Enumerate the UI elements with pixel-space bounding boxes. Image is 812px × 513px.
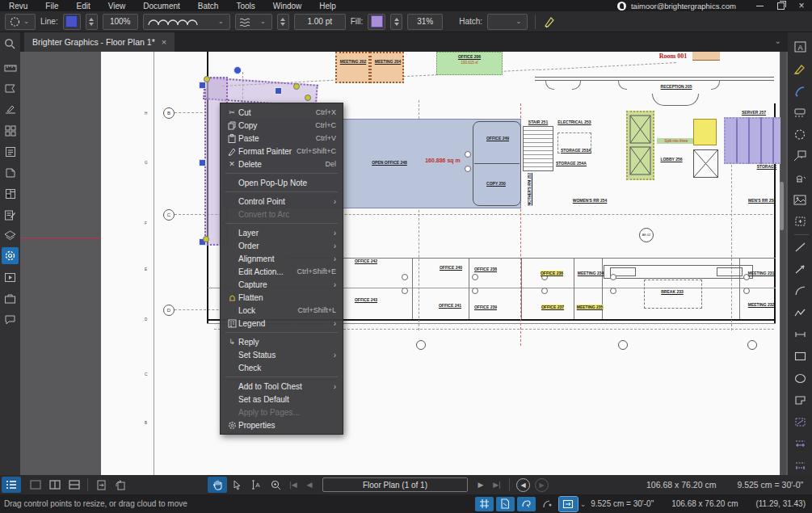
menu-window[interactable]: Window	[264, 2, 311, 11]
pen-tool-icon[interactable]	[543, 15, 556, 28]
fill-color-button[interactable]	[368, 14, 385, 30]
status-options-chevron-icon[interactable]: ⌄	[580, 500, 587, 508]
line-opacity-value[interactable]: 100%	[103, 14, 138, 30]
restore-button[interactable]	[770, 0, 791, 11]
fit-page-icon[interactable]	[91, 477, 111, 493]
menu-revu[interactable]: Revu	[0, 2, 36, 11]
signature-icon[interactable]	[2, 101, 19, 118]
studio-chat-icon[interactable]	[2, 311, 19, 328]
context-menu-item-flatten[interactable]: Flatten	[221, 291, 343, 304]
prev-page-button[interactable]: ◀	[301, 481, 318, 489]
measure-icon[interactable]	[2, 59, 19, 76]
polyline-icon[interactable]	[792, 305, 808, 321]
selection-handle[interactable]	[275, 87, 282, 95]
search-icon[interactable]	[2, 36, 19, 53]
length-measure-icon[interactable]	[792, 435, 808, 452]
vertical-scrollbar[interactable]	[780, 52, 786, 475]
snap-to-content-toggle[interactable]	[496, 497, 515, 511]
split-horizontal-icon[interactable]	[65, 477, 84, 493]
page-field[interactable]: Floor Plan (1 of 1)	[322, 477, 468, 492]
previous-view-button[interactable]: ◀	[516, 478, 530, 492]
thumbnails-icon[interactable]	[2, 122, 19, 139]
account-area[interactable]: taimoor@brightergraphics.com	[617, 2, 736, 11]
context-menu-item-paste[interactable]: PasteCtrl+V	[221, 132, 343, 145]
rectangle-icon[interactable]	[792, 348, 808, 364]
context-menu-item-properties[interactable]: Properties	[221, 418, 343, 431]
close-button[interactable]: ×	[791, 0, 812, 11]
context-menu-item-format-painter[interactable]: Format PainterCtrl+Shift+C	[221, 145, 343, 158]
area-measure-icon[interactable]	[792, 414, 808, 430]
markups-list-icon[interactable]	[2, 206, 19, 223]
spaces-icon[interactable]	[2, 185, 19, 202]
select-text-icon[interactable]: A	[246, 477, 266, 493]
split-vertical-icon[interactable]	[45, 477, 65, 493]
callout-icon[interactable]	[792, 148, 808, 164]
context-menu-item-set-status[interactable]: Set Status›	[221, 348, 343, 361]
context-menu-item-set-as-default[interactable]: Set as Default	[221, 393, 343, 406]
context-menu-item-legend[interactable]: Legend›	[221, 317, 343, 330]
selection-handle[interactable]	[199, 159, 206, 166]
rotation-handle[interactable]	[234, 66, 242, 74]
arrow-icon[interactable]	[792, 261, 808, 277]
control-point[interactable]	[305, 95, 311, 101]
pan-tool-button[interactable]	[208, 477, 227, 493]
menu-tools[interactable]: Tools	[227, 2, 263, 11]
next-page-button[interactable]: ▶	[473, 481, 489, 489]
context-menu-item-lock[interactable]: LockCtrl+Shift+L	[221, 304, 343, 317]
menu-view[interactable]: View	[99, 2, 135, 11]
line-icon[interactable]	[792, 239, 808, 255]
context-menu-item-cut[interactable]: ✂CutCtrl+X	[221, 106, 343, 119]
context-menu-item-check[interactable]: Check	[221, 361, 343, 374]
context-menu-item-edit-action[interactable]: Edit Action...Ctrl+Shift+E	[221, 265, 343, 278]
reuse-tool-toggle[interactable]	[538, 497, 557, 511]
context-menu-item-alignment[interactable]: Alignment›	[221, 252, 343, 265]
line-width-value[interactable]: 1.00 pt	[294, 14, 346, 30]
line-ends-dropdown[interactable]: ⌄	[235, 14, 272, 30]
context-menu-item-add-to-tool-chest[interactable]: Add to Tool Chest›	[221, 380, 343, 393]
control-point[interactable]	[293, 83, 300, 90]
context-menu-item-capture[interactable]: Capture›	[221, 278, 343, 291]
toolbox-icon[interactable]	[2, 290, 19, 307]
stamp-icon[interactable]	[792, 170, 808, 186]
panels-list-button[interactable]	[2, 477, 21, 493]
snap-to-grid-toggle[interactable]	[475, 497, 494, 511]
line-opacity-stepper[interactable]	[86, 14, 98, 30]
polygon-icon[interactable]	[792, 392, 808, 408]
tool-chest-icon[interactable]	[2, 247, 19, 264]
drawing-canvas[interactable]: H G F E D C B B C D	[20, 52, 788, 475]
menu-batch[interactable]: Batch	[189, 2, 228, 11]
context-menu-item-order[interactable]: Order›	[221, 239, 343, 252]
context-menu-item-delete[interactable]: ✕DeleteDel	[221, 158, 343, 170]
bookmarks-icon[interactable]	[2, 143, 19, 160]
fill-opacity-stepper[interactable]	[390, 14, 402, 30]
context-menu-item-open-popup-note[interactable]: Open Pop-Up Note	[221, 176, 343, 189]
dimension-icon[interactable]	[792, 326, 808, 343]
minimize-button[interactable]	[749, 0, 770, 11]
tab-floor-plan[interactable]: Brighter Graphics - Floor Plan 1* ×	[24, 32, 175, 52]
tab-overflow-chevron-icon[interactable]: ⌄	[775, 36, 781, 45]
line-style-dropdown[interactable]: ⌄	[143, 14, 230, 30]
scrollbar-thumb[interactable]	[780, 182, 784, 230]
selection-handle[interactable]	[199, 82, 206, 89]
media-icon[interactable]	[2, 269, 19, 286]
image-icon[interactable]	[792, 191, 808, 208]
snapshot-icon[interactable]	[792, 213, 808, 229]
file-access-icon[interactable]	[2, 164, 19, 181]
cloud-icon[interactable]	[792, 126, 808, 142]
shape-style-dropdown[interactable]: ⌄	[5, 14, 36, 30]
context-menu-item-control-point[interactable]: Control Point›	[221, 195, 343, 208]
menu-file[interactable]: File	[36, 2, 67, 11]
flag-icon[interactable]	[2, 80, 19, 97]
menu-edit[interactable]: Edit	[67, 2, 99, 11]
context-menu-item-reply[interactable]: ↳Reply	[221, 335, 343, 348]
menu-document[interactable]: Document	[134, 2, 189, 11]
pdf-page[interactable]: H G F E D C B B C D	[101, 52, 780, 475]
context-menu-item-copy[interactable]: CopyCtrl+C	[221, 119, 343, 132]
hatch-dropdown[interactable]: ⌄	[487, 14, 528, 30]
next-view-button[interactable]: ▶	[535, 478, 549, 492]
text-box-icon[interactable]: A	[792, 39, 808, 55]
line-width-stepper[interactable]	[277, 14, 289, 30]
ellipse-icon[interactable]	[792, 370, 808, 386]
highlighter-pen-icon[interactable]	[792, 61, 808, 77]
zoom-tool-icon[interactable]	[266, 477, 285, 493]
